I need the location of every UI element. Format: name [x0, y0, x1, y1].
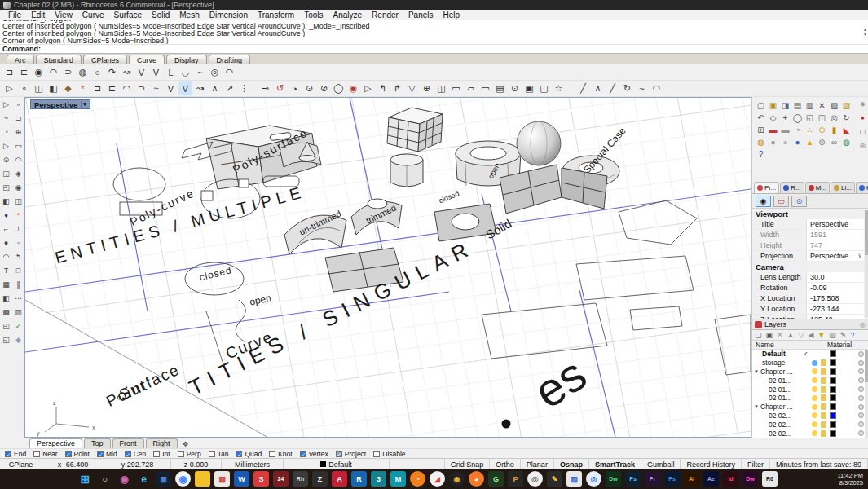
layer-lock-icon[interactable]	[821, 430, 826, 437]
layer-color-swatch[interactable]	[830, 368, 836, 375]
toolbar-icon[interactable]: ↻	[620, 82, 634, 95]
layer-row[interactable]: 02 01...	[752, 385, 865, 394]
panel-tool-icon[interactable]: ◍	[840, 136, 853, 148]
panel-tool-icon[interactable]: ↻	[840, 112, 853, 124]
toolbar-tab[interactable]: Arc	[7, 55, 34, 64]
tool-icon[interactable]: ◠	[0, 249, 12, 263]
layers-tab[interactable]: Layers ◎	[752, 319, 868, 330]
layers-tool-icon[interactable]: ▣	[766, 331, 773, 339]
layer-lock-icon[interactable]	[821, 421, 826, 428]
strip-icon[interactable]: ◈	[860, 100, 865, 108]
tool-icon[interactable]: ⌐	[0, 222, 12, 236]
toolbar-icon[interactable]: ↝	[193, 82, 207, 95]
taskbar-app-icon[interactable]: W	[234, 471, 249, 487]
osnap-toggle[interactable]: Disable	[373, 450, 405, 458]
taskbar-app-icon[interactable]: G	[488, 471, 504, 487]
checkbox[interactable]	[373, 451, 380, 457]
toolbar-icon[interactable]: ⊃	[134, 82, 148, 95]
toolbar-tab[interactable]: Drafting	[209, 55, 251, 64]
tool-icon[interactable]: ∘	[12, 97, 24, 111]
layer-color-swatch[interactable]	[830, 394, 836, 401]
layers-tool-icon[interactable]: ◀	[808, 331, 813, 339]
toolbar-icon[interactable]: ◠	[650, 82, 663, 95]
layer-visibility-bulb-icon[interactable]	[812, 395, 817, 401]
tool-icon[interactable]: ⊥	[12, 222, 24, 236]
tool-icon[interactable]: ▦	[0, 277, 12, 291]
strip-icon[interactable]: ◎	[860, 142, 866, 149]
properties-mode-button[interactable]: ⊙	[791, 196, 807, 207]
tool-icon[interactable]: ⊙	[0, 152, 12, 166]
layer-material[interactable]	[836, 430, 865, 436]
layer-visibility-bulb-icon[interactable]	[812, 421, 817, 427]
taskbar-app-icon[interactable]: ◢	[430, 471, 445, 487]
layer-row[interactable]: 02 02...	[752, 429, 865, 438]
toolbar-icon[interactable]: ○	[90, 65, 104, 79]
checkbox[interactable]	[33, 451, 40, 457]
tool-icon[interactable]: ⋯	[12, 291, 24, 305]
taskbar-app-icon[interactable]: ◕	[469, 471, 484, 487]
status-toggle[interactable]: SmartTrack	[589, 459, 641, 469]
taskbar-app-icon[interactable]: 24	[273, 471, 289, 487]
layer-color-swatch[interactable]	[830, 430, 836, 437]
toolbar-icon[interactable]: ⋮	[237, 82, 251, 95]
status-toggle[interactable]: Filter	[742, 459, 770, 469]
toolbar-icon[interactable]: ▭	[478, 82, 492, 95]
layer-material[interactable]	[836, 421, 865, 427]
toolbar-icon[interactable]: ⊕	[420, 82, 434, 95]
checkbox[interactable]: ✓	[336, 451, 342, 457]
tool-icon[interactable]: ↰	[12, 249, 24, 263]
layer-row[interactable]: ▼ Chapter ...	[752, 403, 865, 412]
layer-visibility-bulb-icon[interactable]	[812, 377, 817, 383]
tool-icon[interactable]: ▩	[0, 305, 12, 319]
toolbar-icon[interactable]: ▽	[405, 82, 419, 95]
panel-tab[interactable]: Pr...	[754, 182, 779, 193]
layers-tool-icon[interactable]: ▽	[799, 331, 804, 339]
layers-tool-icon[interactable]: ▢	[755, 331, 762, 339]
properties-mode-button[interactable]: ◉	[756, 196, 771, 207]
toolbar-tab[interactable]: Curve	[129, 55, 165, 64]
osnap-toggle[interactable]: Near	[33, 450, 57, 458]
status-cell[interactable]: Default	[284, 459, 390, 469]
layer-material[interactable]	[836, 360, 865, 366]
layer-row[interactable]: 02 01...	[752, 376, 865, 385]
layer-expander-icon[interactable]: ▼	[752, 404, 760, 409]
layers-tool-icon[interactable]: ▲	[787, 331, 795, 339]
toolbar-icon[interactable]: ◉	[346, 82, 360, 95]
panel-tool-icon[interactable]: ▢	[755, 99, 767, 112]
layers-options-icon[interactable]: ◎	[860, 321, 866, 328]
toolbar-icon[interactable]: ▭	[449, 82, 463, 95]
panel-tool-icon[interactable]: +	[779, 112, 791, 124]
toolbar-icon[interactable]: ↷	[105, 65, 119, 79]
toolbar-tab[interactable]: Display	[166, 55, 207, 64]
toolbar-icon[interactable]: ◆	[61, 82, 75, 95]
tool-icon[interactable]: ✓	[12, 319, 24, 333]
tool-icon[interactable]: ◔	[0, 125, 12, 139]
property-row[interactable]: X Location -175.508	[752, 293, 864, 304]
layer-row[interactable]: 02 02...	[752, 420, 865, 429]
layer-row[interactable]: 02 02...	[752, 412, 865, 421]
checkbox[interactable]: ✓	[236, 451, 242, 457]
property-row[interactable]: Projection Perspective∨	[752, 251, 864, 262]
layer-lock-icon[interactable]	[821, 368, 826, 375]
strip-icon[interactable]: ▢	[860, 128, 866, 135]
panel-tool-icon[interactable]: ▨	[840, 99, 853, 112]
layers-tool-icon[interactable]: ?	[850, 331, 854, 339]
tool-icon[interactable]: ⊕	[12, 125, 24, 139]
status-cell[interactable]: x -66.400	[42, 459, 104, 469]
layer-visibility-bulb-icon[interactable]	[812, 360, 817, 366]
toolbar-icon[interactable]: ↰	[376, 82, 390, 95]
tool-icon[interactable]: ⊐	[12, 111, 24, 125]
toolbar-icon[interactable]: ▷	[361, 82, 375, 95]
toolbar-icon[interactable]: ◠	[46, 65, 60, 79]
status-toggle[interactable]: Planar	[521, 459, 554, 469]
toolbar-icon[interactable]: ▢	[537, 82, 551, 95]
layers-tool-icon[interactable]: ✕	[777, 331, 783, 339]
taskbar-app-icon[interactable]: ◉	[449, 471, 465, 487]
checkbox[interactable]	[153, 451, 160, 457]
panel-tool-icon[interactable]: ▧	[828, 99, 840, 112]
menu-item[interactable]: File	[3, 11, 26, 20]
status-cell[interactable]: Millimeters	[222, 459, 284, 469]
tool-icon[interactable]: ●	[0, 236, 12, 249]
tool-icon[interactable]: ▷	[0, 139, 12, 152]
perspective-viewport[interactable]: x y z Perspective ▾ ENTITIES / MULTIPLE …	[24, 97, 751, 438]
